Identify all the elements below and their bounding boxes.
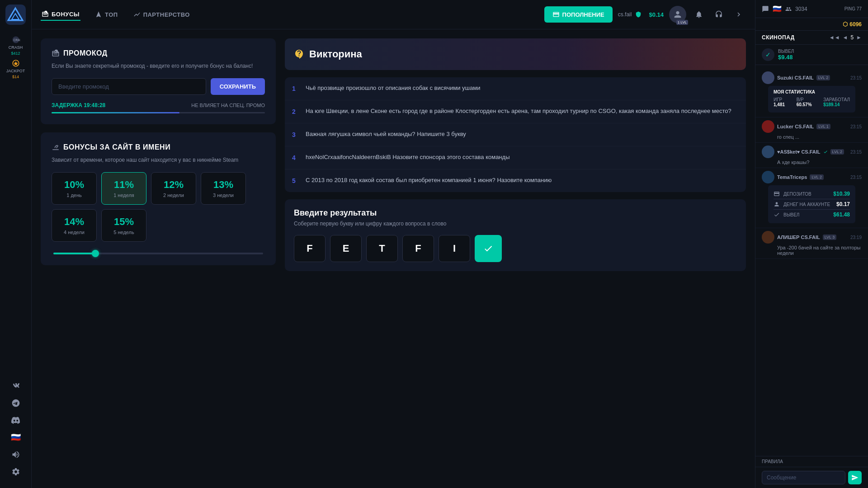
deposit-label: ПОПОЛНЕНИЕ — [562, 11, 604, 18]
skinpad-next[interactable]: ► — [856, 34, 862, 41]
q-text-4: hxeNolCrxaaifoncNaldeernBskiB Назовите с… — [306, 153, 509, 162]
account-icon — [774, 201, 780, 207]
bonus-item-5[interactable]: 15% 5 недель — [101, 209, 146, 242]
chat-time-3: 23:15 — [850, 175, 862, 180]
chat-text-2: А хде крашы? — [762, 160, 862, 165]
withdrawal-label-2: ВЫВЕЛ — [783, 212, 799, 217]
stats-games-group: ИГР 1,481 — [774, 97, 785, 107]
q-num-3: 3 — [292, 130, 299, 140]
rules-bar[interactable]: ПРАВИЛА — [755, 456, 868, 467]
arrow-right-icon[interactable] — [731, 7, 746, 22]
nav-partnership-label: ПАРТНЕРСТВО — [143, 11, 190, 18]
deposit-label: ДЕПОЗИТОВ — [783, 192, 811, 197]
chat-msg-4-header: АЛИШЕР CS.FAIL LVL 3 23:19 — [762, 231, 862, 244]
nav-partnership[interactable]: ПАРТНЕРСТВО — [132, 9, 191, 20]
bonus-percent-4: 14% — [60, 216, 88, 228]
user-avatar[interactable]: 1 LVL — [669, 6, 686, 23]
skinpad-prev-prev[interactable]: ◄◄ — [829, 34, 840, 41]
withdrawal-icon-2 — [774, 211, 780, 218]
people-icon — [785, 6, 792, 12]
stats-row: ИГР 1,481 В/Р 60.57% ЗАРАБОТАЛ $189.14 — [774, 97, 850, 107]
flag-ru-icon[interactable]: 🇷🇺 — [9, 430, 23, 445]
discord-icon[interactable] — [9, 413, 23, 427]
promo-input[interactable] — [52, 78, 206, 95]
notification-icon[interactable] — [692, 7, 706, 22]
deposit-button[interactable]: ПОПОЛНЕНИЕ — [544, 6, 613, 23]
nav-bonuses[interactable]: БОНУСЫ — [41, 8, 80, 21]
answer-box-1[interactable]: E — [330, 235, 362, 262]
send-button[interactable] — [848, 471, 862, 484]
ping-info: PING 77 — [844, 6, 862, 11]
stats-games-label: ИГР — [774, 97, 785, 102]
nav-top-label: ТОП — [105, 11, 118, 18]
answer-box-3[interactable]: F — [402, 235, 434, 262]
answer-submit-button[interactable] — [475, 235, 502, 262]
bonus-item-4[interactable]: 14% 4 недели — [52, 209, 97, 242]
bonus-item-1[interactable]: 11% 1 неделя — [101, 172, 146, 205]
jackpot-icon[interactable]: JACKPOT $14 — [6, 59, 26, 79]
top-right-area: ПОПОЛНЕНИЕ cs.fail $0.14 1 LVL — [544, 6, 746, 23]
skinpad-prev[interactable]: ◄ — [843, 34, 848, 41]
withdrawal-item: ✓ ВЫВЕЛ $9.48 — [755, 45, 868, 65]
crash-icon[interactable]: CRASH CRASH $412 — [6, 36, 26, 56]
chat-input[interactable] — [762, 471, 845, 484]
chat-msg-4: АЛИШЕР CS.FAIL LVL 3 23:19 Ура -200 баче… — [755, 228, 868, 259]
crash-label: CRASH — [9, 45, 23, 50]
bonus-slider[interactable] — [52, 253, 265, 254]
chat-username-3: TemaTriceps — [777, 174, 807, 180]
save-promo-button[interactable]: СОХРАНИТЬ — [211, 78, 265, 95]
quiz-answer-section: Введите результаты Соберите первую букву… — [285, 199, 746, 271]
slider-thumb[interactable] — [92, 250, 99, 257]
bonus-title: БОНУСЫ ЗА САЙТ В ИМЕНИ — [52, 143, 265, 151]
withdrawal-label: ВЫВЕЛ — [778, 49, 794, 54]
answer-box-2[interactable]: T — [366, 235, 398, 262]
vk-icon[interactable] — [9, 379, 23, 393]
withdrawal-val: $61.48 — [833, 211, 850, 218]
right-panel: Викторина 1 Чьё прозвище произошло от оп… — [285, 38, 746, 479]
chat-icon — [762, 5, 769, 13]
settings-icon[interactable] — [9, 465, 23, 479]
bonus-percent-0: 10% — [60, 179, 88, 191]
slider-track — [53, 253, 263, 254]
volume-icon[interactable] — [9, 447, 23, 462]
bonus-description: Зависит от времени, которое наш сайт нах… — [52, 156, 265, 164]
skinpad-page: 5 — [850, 34, 854, 41]
promo-input-row: СОХРАНИТЬ — [52, 78, 265, 95]
bonus-item-2[interactable]: 12% 2 недели — [151, 172, 196, 205]
q-num-2: 2 — [292, 107, 299, 117]
chat-lvl-4: LVL 3 — [823, 235, 837, 240]
chat-messages: Suzuki CS.FAIL LVL 2 23:15 МОЯ СТАТИСТИК… — [755, 65, 868, 456]
flag-icon: 🇷🇺 — [773, 5, 782, 13]
account-val: $0.17 — [836, 201, 850, 207]
main-content: ПРОМОКОД Если Вы знаете секретный промок… — [32, 29, 755, 488]
bonus-label-4: 4 недели — [60, 230, 88, 235]
promo-title-text: ПРОМОКОД — [63, 49, 108, 57]
chat-avatar-2 — [762, 145, 774, 158]
delay-label: ЗАДЕРЖКА 19:48:28 — [52, 102, 105, 108]
chat-username-2: ♥AS$ket♥ CS.FAIL — [777, 149, 821, 155]
answer-box-0[interactable]: F — [294, 235, 326, 262]
account-label: ДЕНЕГ НА АККАУНТЕ — [783, 202, 830, 207]
slider-fill — [53, 253, 95, 254]
answer-box-4[interactable]: I — [439, 235, 470, 262]
online-count: 3034 — [795, 6, 807, 12]
promo-progress-bar — [52, 112, 265, 113]
bonus-item-0[interactable]: 10% 1 день — [52, 172, 97, 205]
q-text-5: С 2013 по 2018 год какой состав был прио… — [306, 176, 552, 185]
account-row: ДЕНЕГ НА АККАУНТЕ $0.17 — [774, 199, 850, 210]
stats-earned-label: ЗАРАБОТАЛ — [823, 97, 850, 102]
jackpot-label: JACKPOT — [6, 69, 25, 73]
app-logo[interactable] — [5, 5, 26, 25]
chat-avatar-4 — [762, 231, 774, 244]
headset-icon[interactable] — [712, 7, 726, 22]
promo-card: ПРОМОКОД Если Вы знаете секретный промок… — [41, 38, 276, 124]
chat-lvl-1: LVL 1 — [816, 124, 830, 129]
jackpot-value: $14 — [12, 75, 19, 79]
promo-title: ПРОМОКОД — [52, 49, 265, 57]
quiz-banner-bg — [565, 38, 746, 70]
nav-top[interactable]: ТОП — [94, 9, 119, 20]
skinpad-header: СКИНОПАД ◄◄ ◄ 5 ► — [755, 31, 868, 45]
bonus-item-3[interactable]: 13% 3 недели — [201, 172, 246, 205]
telegram-icon[interactable] — [9, 396, 23, 410]
q-num-4: 4 — [292, 153, 299, 163]
